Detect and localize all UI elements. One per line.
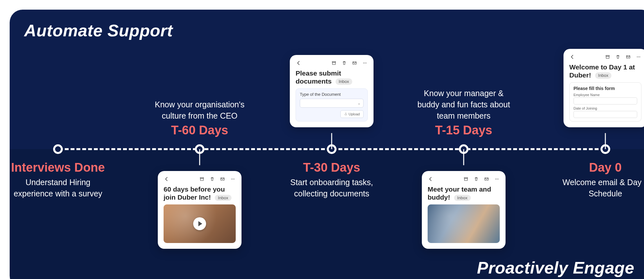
more-icon[interactable] [494,176,500,182]
milestone-desc: Know your organisation's culture from th… [151,99,248,122]
milestone-title: T-60 Days [151,123,248,138]
trash-icon[interactable] [341,60,347,66]
svg-point-10 [365,63,365,63]
card-toolbar [164,176,236,182]
video-thumbnail[interactable] [164,204,236,243]
milestone-title: T-15 Days [415,123,512,138]
svg-point-5 [234,179,234,179]
mail-icon[interactable] [484,176,489,182]
inbox-pill: Inbox [336,78,352,85]
milestone-t30-card: Please submit documents Inbox Type of th… [283,55,380,149]
employee-name-input[interactable] [573,97,637,104]
inbox-pill: Inbox [215,195,232,201]
card-toolbar [569,54,641,60]
date-of-joining-input[interactable] [573,111,637,118]
email-card-t15: Meet your team and buddy! Inbox [422,171,506,249]
card-toolbar [296,60,368,66]
milestone-desc: Start onboarding tasks, collecting docum… [283,177,380,199]
svg-point-23 [639,57,640,57]
svg-point-3 [231,179,232,179]
more-icon[interactable] [362,60,368,66]
email-subject: 60 days before you join Duber Inc! Inbox [164,185,236,201]
email-subject: Meet your team and buddy! Inbox [428,185,500,201]
email-card-t30: Please submit documents Inbox Type of th… [290,55,374,127]
email-subject: Please submit documents Inbox [296,69,368,85]
email-subject-text: Please submit documents [296,69,341,85]
milestone-t30-text: T-30 Days Start onboarding tasks, collec… [283,149,380,201]
svg-point-15 [495,179,496,179]
svg-point-21 [637,57,638,57]
back-icon[interactable] [428,176,433,182]
inbox-pill: Inbox [454,195,471,201]
milestone-title: Day 0 [557,161,644,175]
back-icon[interactable] [296,60,301,66]
svg-rect-13 [464,178,467,181]
upload-button[interactable]: Upload [340,110,364,118]
milestone-t15-text: Know your manager & buddy and fun facts … [415,86,512,149]
archive-icon[interactable] [331,60,337,66]
svg-point-22 [638,57,639,57]
document-type-select[interactable]: ⌄ [300,99,364,108]
back-icon[interactable] [569,54,575,60]
svg-rect-1 [200,178,203,181]
milestone-day0-text: Day 0 Welcome email & Day 1 Schedule [557,149,644,201]
field-label: Type of the Document [300,92,364,97]
svg-rect-19 [606,56,609,59]
onboarding-timeline: Automate Support Proactively Engage Inte… [10,10,644,279]
upload-form: Type of the Document ⌄ Upload [296,88,368,122]
archive-icon[interactable] [199,176,205,182]
field-label-name: Employee Name [573,93,637,97]
upload-label: Upload [349,112,360,116]
section-heading-bottom: Proactively Engage [477,258,634,277]
milestone-interviews: Interviews Done Understand Hiring experi… [10,149,106,201]
milestone-desc: Welcome email & Day 1 Schedule [557,177,644,199]
trash-icon[interactable] [473,176,479,182]
trash-icon[interactable] [615,54,621,60]
day1-form: Please fill this form Employee Name Date… [569,82,641,122]
field-label-doj: Date of Joining [573,106,637,110]
form-title: Please fill this form [573,86,637,91]
team-photo-thumbnail [428,204,500,243]
mail-icon[interactable] [220,176,225,182]
more-icon[interactable] [230,176,236,182]
back-icon[interactable] [164,176,169,182]
email-subject: Welcome to Day 1 at Duber! Inbox [569,63,641,79]
milestone-t60-card: 60 days before you join Duber Inc! Inbox [151,149,248,249]
milestone-t15-card: Meet your team and buddy! Inbox [415,149,512,249]
mail-icon[interactable] [625,54,631,60]
card-toolbar [428,176,500,182]
milestone-desc: Know your manager & buddy and fun facts … [415,88,512,122]
svg-point-17 [498,179,498,179]
play-icon[interactable] [193,217,206,230]
milestone-title: T-30 Days [283,161,380,175]
section-heading-top: Automate Support [24,21,173,40]
svg-point-4 [232,179,233,179]
mail-icon[interactable] [352,60,357,66]
archive-icon[interactable] [605,54,611,60]
inbox-pill: Inbox [595,72,612,79]
milestone-t60-text: Know your organisation's culture from th… [151,97,248,149]
trash-icon[interactable] [209,176,215,182]
svg-rect-7 [332,62,335,65]
svg-point-9 [363,63,364,63]
milestone-desc: Understand Hiring experience with a surv… [10,177,106,199]
archive-icon[interactable] [463,176,469,182]
svg-point-11 [366,63,366,63]
milestone-day0-card: Welcome to Day 1 at Duber! Inbox Please … [557,49,644,149]
email-card-t60: 60 days before you join Duber Inc! Inbox [158,171,242,249]
milestone-title: Interviews Done [10,161,106,175]
more-icon[interactable] [636,54,641,60]
svg-point-16 [497,179,497,179]
email-card-day0: Welcome to Day 1 at Duber! Inbox Please … [564,49,644,127]
